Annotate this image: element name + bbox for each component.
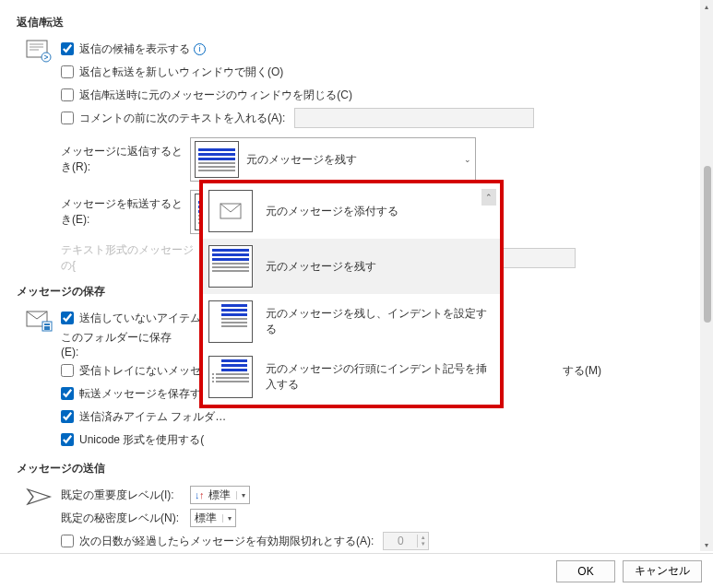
dropdown-on-forward-popup: ⌃ 元のメッセージを添付する 元のメッセージを残す 元のメッセージを残し、インデ… xyxy=(199,180,504,408)
checkbox-use-unicode[interactable] xyxy=(61,433,74,446)
label-close-original: 返信/転送時に元のメッセージのウィンドウを閉じる(C) xyxy=(79,88,352,103)
dropdown-option-label: 元のメッセージを添付する xyxy=(266,204,494,219)
label-text-format: テキスト形式のメッセージの{ xyxy=(61,242,199,274)
thumb-include-original-icon xyxy=(195,141,239,178)
priority-icon xyxy=(195,489,206,500)
label-use-unicode: Unicode 形式を使用する( xyxy=(79,432,204,448)
label-open-new-window: 返信と転送を新しいウィンドウで開く(O) xyxy=(79,65,283,80)
scroll-up-icon[interactable]: ▴ xyxy=(700,0,713,13)
dropdown-scroll-up[interactable]: ⌃ xyxy=(481,189,496,206)
dropdown-option-include[interactable]: 元のメッセージを残す xyxy=(203,239,500,294)
thumb-include-original-icon xyxy=(208,245,253,288)
dialog-footer: OK キャンセル xyxy=(0,553,713,588)
send-icon xyxy=(26,500,53,512)
checkbox-prefix-comments[interactable] xyxy=(61,112,74,124)
section-title-reply: 返信/転送 xyxy=(17,15,675,30)
dropdown-option-indent[interactable]: 元のメッセージを残し、インデントを設定する xyxy=(203,294,500,349)
chevron-down-icon: ▾ xyxy=(236,491,249,500)
dropdown-option-attach[interactable]: 元のメッセージを添付する xyxy=(203,183,500,239)
label-importance: 既定の重要度レベル(I): xyxy=(61,488,190,503)
label-save-folder: このフォルダーに保存(E): xyxy=(61,330,181,359)
spinner-expire-value: 0 xyxy=(384,535,417,547)
checkbox-open-new-window[interactable] xyxy=(61,65,74,78)
scroll-down-icon[interactable]: ▾ xyxy=(700,538,713,551)
select-sensitivity[interactable]: 標準 ▾ xyxy=(190,509,236,527)
dropdown-on-reply[interactable]: 元のメッセージを残す ⌄ xyxy=(190,137,476,182)
label-save-forward: 転送メッセージを保存する( xyxy=(79,386,216,402)
scrollbar-thumb[interactable] xyxy=(704,166,711,323)
thumb-indent-icon xyxy=(208,300,253,343)
dropdown-option-label: 元のメッセージを残す xyxy=(266,259,494,275)
dropdown-option-label: 元のメッセージを残し、インデントを設定する xyxy=(266,306,494,337)
svg-rect-7 xyxy=(44,323,50,325)
vertical-scrollbar[interactable]: ▴ ▾ xyxy=(700,0,713,551)
checkbox-save-sent[interactable] xyxy=(61,410,74,423)
select-sensitivity-value: 標準 xyxy=(195,511,217,526)
info-icon[interactable]: i xyxy=(194,43,206,55)
label-show-suggestions: 返信の候補を表示する xyxy=(79,41,190,57)
dropdown-option-prefix[interactable]: 元のメッセージの行頭にインデント記号を挿入する xyxy=(203,349,500,405)
checkbox-not-inbox[interactable] xyxy=(61,364,74,377)
checkbox-show-suggestions[interactable] xyxy=(61,42,74,55)
label-expire: 次の日数が経過したらメッセージを有効期限切れとする(A): xyxy=(79,534,374,549)
thumb-prefix-icon xyxy=(208,356,253,398)
cancel-button[interactable]: キャンセル xyxy=(623,560,702,582)
chevron-down-icon: ⌄ xyxy=(460,155,475,164)
dropdown-on-reply-value: 元のメッセージを残す xyxy=(246,152,460,168)
label-on-forward: メッセージを転送するとき(E): xyxy=(61,196,190,228)
reply-forward-icon xyxy=(26,53,53,66)
svg-rect-8 xyxy=(44,326,50,330)
checkbox-close-original[interactable] xyxy=(61,88,74,101)
select-importance-value: 標準 xyxy=(208,488,231,503)
chevron-down-icon: ▾ xyxy=(222,514,235,523)
section-title-send: メッセージの送信 xyxy=(17,461,675,476)
checkbox-save-forward[interactable] xyxy=(61,387,74,400)
checkbox-autosave[interactable] xyxy=(61,312,74,324)
thumb-attach-icon xyxy=(208,190,253,232)
label-sensitivity: 既定の秘密度レベル(N): xyxy=(61,511,190,526)
label-on-reply: メッセージに返信するとき(R): xyxy=(61,144,190,175)
label-not-inbox-suffix: する(M) xyxy=(563,363,601,379)
input-text-format-trail xyxy=(493,248,576,268)
checkbox-expire[interactable] xyxy=(61,535,74,547)
ok-button[interactable]: OK xyxy=(556,560,615,582)
label-prefix-comments: コメントの前に次のテキストを入れる(A): xyxy=(79,111,285,126)
dropdown-option-label: 元のメッセージの行頭にインデント記号を挿入する xyxy=(266,361,494,393)
save-draft-icon xyxy=(26,323,53,335)
input-prefix-text[interactable] xyxy=(294,108,534,128)
select-importance[interactable]: 標準 ▾ xyxy=(190,486,250,504)
label-save-sent: 送信済みアイテム フォルダ… xyxy=(79,409,226,425)
spinner-expire-days: 0 ▲▼ xyxy=(383,532,429,550)
svg-point-4 xyxy=(42,53,51,62)
